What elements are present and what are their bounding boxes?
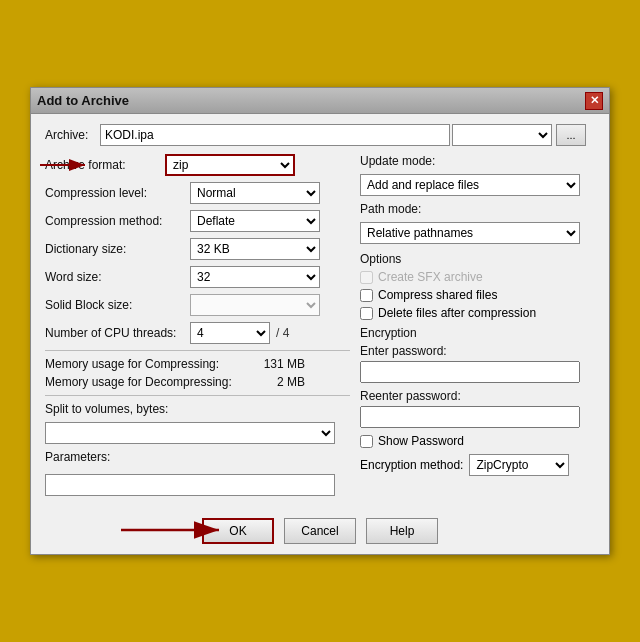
delete-after-label: Delete files after compression bbox=[378, 306, 536, 320]
archive-path-row: Archive: ... bbox=[45, 124, 595, 146]
params-label-row: Parameters: bbox=[45, 450, 350, 468]
divider1 bbox=[45, 350, 350, 351]
dialog-title: Add to Archive bbox=[37, 93, 129, 108]
create-sfx-row: Create SFX archive bbox=[360, 270, 595, 284]
split-input-row bbox=[45, 422, 350, 444]
split-select[interactable] bbox=[45, 422, 335, 444]
archive-name-input[interactable] bbox=[100, 124, 450, 146]
params-input-row bbox=[45, 474, 350, 496]
show-password-label: Show Password bbox=[378, 434, 464, 448]
encryption-title: Encryption bbox=[360, 326, 595, 340]
encryption-method-select[interactable]: ZipCrypto AES-256 bbox=[469, 454, 569, 476]
archive-format-row: Archive format: zip 7z tar gzip bzip2 bbox=[45, 154, 350, 176]
format-arrow-annotation bbox=[35, 155, 95, 175]
archive-format-select[interactable]: zip 7z tar gzip bzip2 bbox=[165, 154, 295, 176]
right-panel: Update mode: Add and replace files Updat… bbox=[360, 154, 595, 496]
compression-method-row: Compression method: Deflate BZip2 LZMA bbox=[45, 210, 350, 232]
memory-decompressing-label: Memory usage for Decompressing: bbox=[45, 375, 245, 389]
dictionary-size-label: Dictionary size: bbox=[45, 242, 190, 256]
reenter-password-input[interactable] bbox=[360, 406, 580, 428]
solid-block-select[interactable] bbox=[190, 294, 320, 316]
cpu-threads-row: Number of CPU threads: 4 1 2 8 / 4 bbox=[45, 322, 350, 344]
cancel-button[interactable]: Cancel bbox=[284, 518, 356, 544]
enter-password-input[interactable] bbox=[360, 361, 580, 383]
delete-after-checkbox[interactable] bbox=[360, 307, 373, 320]
dialog-body: Archive: ... bbox=[31, 114, 609, 506]
archive-path-select[interactable] bbox=[452, 124, 552, 146]
cpu-threads-suffix: / 4 bbox=[276, 326, 289, 340]
word-size-select[interactable]: 32 8 16 64 128 bbox=[190, 266, 320, 288]
browse-button[interactable]: ... bbox=[556, 124, 586, 146]
enter-password-label: Enter password: bbox=[360, 344, 595, 358]
compress-shared-row: Compress shared files bbox=[360, 288, 595, 302]
ok-arrow-annotation bbox=[111, 515, 231, 545]
dialog-container: Add to Archive ✕ Archive: ... bbox=[30, 87, 610, 555]
word-size-label: Word size: bbox=[45, 270, 190, 284]
solid-block-row: Solid Block size: bbox=[45, 294, 350, 316]
split-label: Split to volumes, bytes: bbox=[45, 402, 190, 416]
memory-decompressing-value: 2 MB bbox=[245, 375, 305, 389]
reenter-password-label: Reenter password: bbox=[360, 389, 595, 403]
memory-compressing-row: Memory usage for Compressing: 131 MB bbox=[45, 357, 350, 371]
delete-after-row: Delete files after compression bbox=[360, 306, 595, 320]
create-sfx-checkbox[interactable] bbox=[360, 271, 373, 284]
parameters-input[interactable] bbox=[45, 474, 335, 496]
encryption-section: Encryption Enter password: Reenter passw… bbox=[360, 326, 595, 476]
divider2 bbox=[45, 395, 350, 396]
path-mode-label: Path mode: bbox=[360, 202, 450, 216]
path-mode-row: Path mode: bbox=[360, 202, 595, 216]
split-row: Split to volumes, bytes: bbox=[45, 402, 350, 416]
left-panel: Archive format: zip 7z tar gzip bzip2 Co… bbox=[45, 154, 350, 496]
compression-method-select[interactable]: Deflate BZip2 LZMA bbox=[190, 210, 320, 232]
word-size-row: Word size: 32 8 16 64 128 bbox=[45, 266, 350, 288]
update-mode-row: Update mode: bbox=[360, 154, 595, 168]
encryption-method-label: Encryption method: bbox=[360, 458, 463, 472]
compress-shared-checkbox[interactable] bbox=[360, 289, 373, 302]
cpu-threads-label: Number of CPU threads: bbox=[45, 326, 190, 340]
create-sfx-label: Create SFX archive bbox=[378, 270, 483, 284]
title-bar: Add to Archive ✕ bbox=[31, 88, 609, 114]
close-button[interactable]: ✕ bbox=[585, 92, 603, 110]
options-title: Options bbox=[360, 252, 595, 266]
show-password-checkbox[interactable] bbox=[360, 435, 373, 448]
path-mode-select-row: Relative pathnames Full pathnames Absolu… bbox=[360, 222, 595, 244]
memory-compressing-value: 131 MB bbox=[245, 357, 305, 371]
path-mode-select[interactable]: Relative pathnames Full pathnames Absolu… bbox=[360, 222, 580, 244]
help-button[interactable]: Help bbox=[366, 518, 438, 544]
bottom-buttons: OK Cancel Help bbox=[31, 506, 609, 554]
parameters-label: Parameters: bbox=[45, 450, 110, 464]
memory-decompressing-row: Memory usage for Decompressing: 2 MB bbox=[45, 375, 350, 389]
compression-level-row: Compression level: Normal Store Fastest … bbox=[45, 182, 350, 204]
dictionary-size-select[interactable]: 32 KB 64 KB 128 KB bbox=[190, 238, 320, 260]
cpu-threads-select[interactable]: 4 1 2 8 bbox=[190, 322, 270, 344]
threads-row: 4 1 2 8 / 4 bbox=[190, 322, 289, 344]
memory-compressing-label: Memory usage for Compressing: bbox=[45, 357, 245, 371]
solid-block-label: Solid Block size: bbox=[45, 298, 190, 312]
compression-level-label: Compression level: bbox=[45, 186, 190, 200]
compression-level-select[interactable]: Normal Store Fastest Fast Maximum Ultra bbox=[190, 182, 320, 204]
compression-method-label: Compression method: bbox=[45, 214, 190, 228]
archive-label: Archive: bbox=[45, 128, 100, 142]
show-password-row: Show Password bbox=[360, 434, 595, 448]
update-mode-select[interactable]: Add and replace files Update and add fil… bbox=[360, 174, 580, 196]
encryption-method-row: Encryption method: ZipCrypto AES-256 bbox=[360, 454, 595, 476]
dictionary-size-row: Dictionary size: 32 KB 64 KB 128 KB bbox=[45, 238, 350, 260]
update-mode-select-row: Add and replace files Update and add fil… bbox=[360, 174, 595, 196]
compress-shared-label: Compress shared files bbox=[378, 288, 497, 302]
options-section: Options Create SFX archive Compress shar… bbox=[360, 252, 595, 320]
main-content: Archive format: zip 7z tar gzip bzip2 Co… bbox=[45, 154, 595, 496]
update-mode-label: Update mode: bbox=[360, 154, 450, 168]
